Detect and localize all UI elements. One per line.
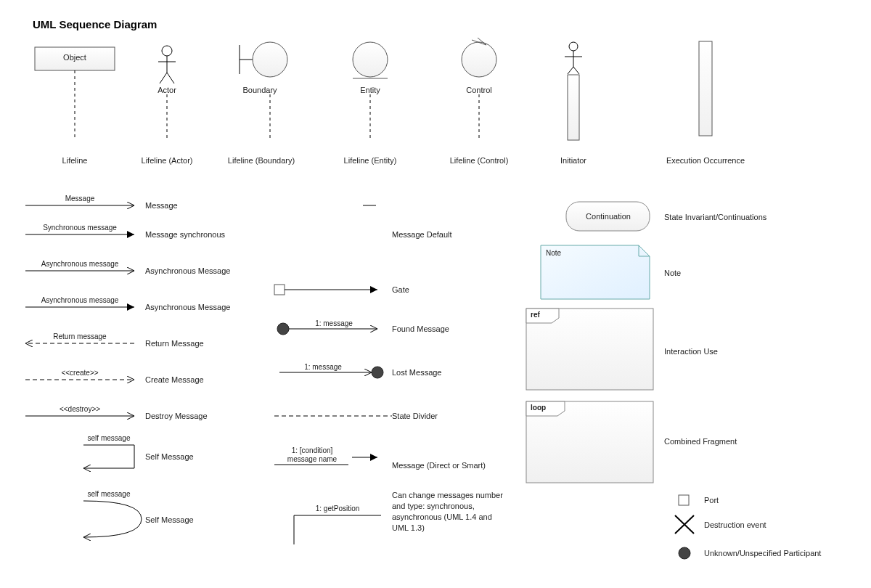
destroy-desc: Destroy Message xyxy=(145,412,208,420)
control-label: Control xyxy=(466,86,491,94)
note-desc: Note xyxy=(664,269,681,277)
direct-desc: Message (Direct or Smart) xyxy=(392,461,486,470)
entity-label: Entity xyxy=(360,86,380,94)
svg-point-31 xyxy=(277,323,289,335)
interaction-use-shape xyxy=(526,309,653,390)
svg-line-22 xyxy=(568,67,573,74)
combined-fragment-shape xyxy=(526,401,653,483)
sync-desc: Message synchronous xyxy=(145,230,225,239)
direct-text2: message name xyxy=(287,455,337,463)
svg-line-6 xyxy=(167,73,174,83)
svg-rect-25 xyxy=(699,41,712,136)
svg-point-10 xyxy=(253,42,287,77)
lifeline-label: Lifeline xyxy=(62,156,88,165)
self-message-1 xyxy=(83,445,134,468)
lifeline-actor-label: Lifeline (Actor) xyxy=(142,156,193,165)
self-text: self message xyxy=(88,434,131,442)
sync-text: Synchronous message xyxy=(43,224,117,232)
unknown-desc: Unknown/Unspecified Participant xyxy=(704,549,821,558)
lost-desc: Lost Message xyxy=(392,368,441,377)
message-desc: Message xyxy=(145,201,178,210)
port-desc: Port xyxy=(704,496,719,505)
create-text: <<create>> xyxy=(61,369,98,377)
continuation-text: Continuation xyxy=(586,212,631,221)
object-label: Object xyxy=(63,53,86,62)
gate-desc: Gate xyxy=(392,285,409,294)
getpos-desc: Can change messages number and type: syn… xyxy=(392,490,508,533)
lifeline-control-label: Lifeline (Control) xyxy=(450,156,509,165)
boundary-label: Boundary xyxy=(242,86,277,94)
default-desc: Message Default xyxy=(392,230,452,239)
ref-text: ref xyxy=(531,311,540,319)
self2-text: self message xyxy=(88,490,131,498)
async2-text: Asynchronous message xyxy=(41,296,119,304)
svg-line-5 xyxy=(160,73,167,83)
gate-symbol xyxy=(274,285,377,295)
found-text: 1: message xyxy=(315,319,353,327)
execution-occurrence xyxy=(699,41,712,136)
create-desc: Create Message xyxy=(145,375,204,384)
initiator-label: Initiator xyxy=(560,156,586,165)
ref-desc: Interaction Use xyxy=(664,347,718,356)
lost-text: 1: message xyxy=(304,363,342,371)
svg-rect-24 xyxy=(568,75,579,140)
svg-point-19 xyxy=(569,42,578,51)
return-desc: Return Message xyxy=(145,339,204,348)
direct-text1: 1: [condition] xyxy=(292,446,333,454)
svg-point-2 xyxy=(162,46,172,56)
svg-point-34 xyxy=(372,367,383,378)
getposition-message xyxy=(294,515,381,544)
self-desc: Self Message xyxy=(145,452,194,461)
initiator xyxy=(565,42,582,140)
note-text: Note xyxy=(546,249,561,257)
return-text: Return message xyxy=(53,332,106,340)
loop-text: loop xyxy=(531,404,546,412)
destroy-text: <<destroy>> xyxy=(60,405,100,413)
svg-line-23 xyxy=(573,67,579,74)
lifeline-entity-label: Lifeline (Entity) xyxy=(344,156,397,165)
divider-desc: State Divider xyxy=(392,412,438,420)
lifeline-boundary-label: Lifeline (Boundary) xyxy=(228,156,295,165)
destruction-symbol xyxy=(675,515,694,534)
async-text: Asynchronous message xyxy=(41,260,119,268)
loop-desc: Combined Fragment xyxy=(664,437,737,446)
actor-label: Actor xyxy=(158,86,176,94)
unknown-participant-symbol xyxy=(679,547,690,559)
exec-label: Execution Occurrence xyxy=(666,156,745,165)
getpos-text: 1: getPosition xyxy=(316,505,360,513)
svg-point-12 xyxy=(353,42,388,77)
port-symbol xyxy=(679,495,689,505)
message-text: Message xyxy=(65,195,95,203)
self-message-2 xyxy=(83,501,142,537)
svg-point-15 xyxy=(462,42,496,77)
svg-rect-29 xyxy=(274,285,285,295)
self2-desc: Self Message xyxy=(145,515,194,524)
destruction-desc: Destruction event xyxy=(704,520,766,529)
async2-desc: Asynchronous Message xyxy=(145,303,230,311)
async-desc: Asynchronous Message xyxy=(145,266,230,275)
continuation-desc: State Invariant/Continuations xyxy=(664,213,766,221)
found-desc: Found Message xyxy=(392,324,449,333)
